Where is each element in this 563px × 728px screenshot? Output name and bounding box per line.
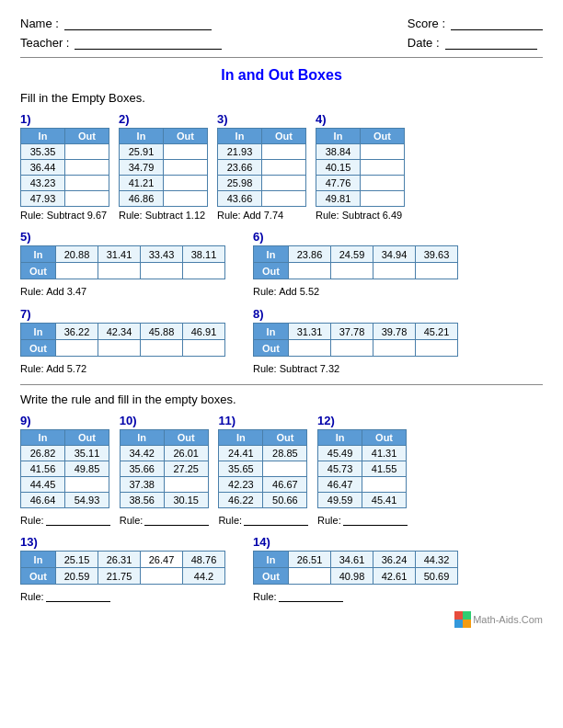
p6-in-val-3: 34.94: [373, 246, 416, 263]
problem-10-num: 10): [120, 414, 137, 427]
p5-out-1: [56, 263, 98, 279]
problem-9-rule-label: Rule:: [20, 515, 44, 526]
problem-2-table: In Out 25.9134.7941.2146.86: [119, 128, 208, 207]
p8-out-2: [331, 340, 373, 357]
problem-9-table: In Out 26.8235.1141.5649.8544.4546.6454.…: [20, 429, 109, 508]
p13-out-1: 20.59: [56, 568, 98, 585]
p14-in-2: 34.61: [331, 552, 373, 568]
p9-in-header: In: [21, 430, 65, 446]
svg-rect-1: [463, 611, 471, 620]
problem-1: 1) In Out 35.3536.4443.2347.93 Rule: Sub…: [20, 112, 109, 221]
problem-8-num: 8): [253, 307, 264, 321]
problem-4: 4) In Out 38.8440.1547.7649.81 Rule: Sub…: [316, 112, 405, 221]
problem-9: 9) In Out 26.8235.1141.5649.8544.4546.64…: [20, 414, 110, 526]
score-label: Score :: [408, 17, 445, 30]
p14-out-2: 40.98: [331, 568, 373, 585]
problem-3-table: In Out 21.9323.6625.9843.66: [217, 128, 306, 207]
problem-14-rule-line: [279, 590, 343, 602]
problem-7-rule: Rule: Add 5.72: [20, 363, 86, 374]
p7-out-label: Out: [21, 340, 56, 357]
p5-out-2: [98, 263, 141, 279]
p10-out-header: Out: [164, 430, 208, 446]
p14-in-label: In: [254, 552, 289, 568]
p14-out-1: [289, 568, 331, 585]
problem-5-table: In 20.88 31.41 33.43 38.11 Out: [20, 245, 225, 279]
p13-in-1: 25.15: [56, 552, 98, 568]
problem-10-rule-line: [144, 514, 209, 526]
p6-out-2: [331, 263, 373, 279]
problem-10-table: In Out 34.4226.0135.6627.2537.3838.5630.…: [120, 429, 209, 508]
teacher-field: Teacher :: [20, 36, 222, 50]
p8-in-val-3: 39.78: [373, 324, 416, 340]
problems-row-1-4: 1) In Out 35.3536.4443.2347.93 Rule: Sub…: [20, 112, 543, 221]
problem-11-table: In Out 24.4128.8535.6542.2346.6746.2250.…: [218, 429, 307, 508]
problem-4-rule: Rule: Subtract 6.49: [316, 210, 402, 221]
p5-in-val-4: 38.11: [183, 246, 225, 263]
problem-13-rule-line: [46, 590, 110, 602]
p14-out-4: 50.69: [416, 568, 458, 585]
problem-11-num: 11): [218, 414, 236, 427]
p1-in-header: In: [21, 129, 65, 144]
problem-11-rule-line: [244, 514, 308, 526]
p9-out-header: Out: [65, 430, 109, 446]
problems-row-9-12: 9) In Out 26.8235.1141.5649.8544.4546.64…: [20, 414, 543, 526]
section1-instruction: Fill in the Empty Boxes.: [20, 91, 543, 105]
problem-13-rule-label: Rule:: [20, 591, 44, 602]
header-divider: [20, 57, 543, 58]
p13-in-label: In: [21, 552, 56, 568]
p8-in-val-1: 31.31: [289, 324, 331, 340]
problem-12-rule-line: [343, 514, 408, 526]
problem-12-table: In Out 45.4941.3145.7341.5546.4749.5945.…: [317, 429, 407, 508]
p3-out-header: Out: [262, 129, 306, 144]
problem-2: 2) In Out 25.9134.7941.2146.86 Rule: Sub…: [119, 112, 208, 221]
p11-out-header: Out: [263, 430, 307, 446]
p4-out-header: Out: [361, 129, 405, 144]
p13-out-4: 44.2: [183, 568, 225, 585]
p14-out-3: 42.61: [373, 568, 416, 585]
problem-5: 5) In 20.88 31.41 33.43 38.11 Out Rule: …: [20, 230, 225, 298]
p3-in-header: In: [218, 129, 262, 144]
p8-out-label: Out: [254, 340, 289, 357]
problem-8: 8) In 31.31 37.78 39.78 45.21 Out Rule: …: [253, 307, 458, 375]
p7-out-1: [56, 340, 98, 357]
score-field: Score :: [408, 17, 543, 30]
problem-2-num: 2): [119, 112, 130, 126]
p8-out-3: [373, 340, 416, 357]
problem-6: 6) In 23.86 24.59 34.94 39.63 Out Rule: …: [253, 230, 458, 298]
problem-14-table: In 26.51 34.61 36.24 44.32 Out 40.98 42.…: [253, 551, 458, 585]
logo-icon: [454, 611, 471, 628]
p5-in-val-2: 31.41: [98, 246, 141, 263]
problems-row-7-8: 7) In 36.22 42.34 45.88 46.91 Out Rule: …: [20, 307, 543, 375]
problem-8-table: In 31.31 37.78 39.78 45.21 Out: [253, 323, 458, 357]
problem-7-table: In 36.22 42.34 45.88 46.91 Out: [20, 323, 225, 357]
problem-14: 14) In 26.51 34.61 36.24 44.32 Out 40.98…: [253, 535, 458, 602]
p14-out-label: Out: [254, 568, 289, 585]
p6-in-val-1: 23.86: [289, 246, 331, 263]
p13-out-3: [141, 568, 183, 585]
problem-9-rule-line: [46, 514, 110, 526]
name-field: Name :: [20, 17, 222, 30]
problem-10-rule-label: Rule:: [120, 515, 144, 526]
svg-rect-2: [454, 620, 463, 628]
section2-divider: [20, 384, 543, 385]
p14-in-1: 26.51: [289, 552, 331, 568]
problem-1-table: In Out 35.3536.4443.2347.93: [20, 128, 109, 207]
p6-in-label: In: [254, 246, 289, 263]
p7-in-val-4: 46.91: [183, 324, 225, 340]
teacher-line: [75, 37, 222, 50]
p5-in-val-3: 33.43: [141, 246, 183, 263]
problem-12: 12) In Out 45.4941.3145.7341.5546.4749.5…: [317, 414, 408, 526]
p8-out-4: [416, 340, 458, 357]
problem-13-num: 13): [20, 535, 38, 549]
p7-out-3: [141, 340, 183, 357]
problem-5-rule: Rule: Add 3.47: [20, 286, 86, 297]
date-label: Date :: [408, 36, 440, 50]
watermark-logo: Math-Aids.Com: [454, 611, 543, 628]
p7-in-val-3: 45.88: [141, 324, 183, 340]
p13-in-4: 48.76: [183, 552, 225, 568]
p12-out-header: Out: [362, 430, 407, 446]
problem-14-rule-label: Rule:: [253, 591, 277, 602]
watermark-text: Math-Aids.Com: [473, 614, 543, 625]
p7-in-val-1: 36.22: [56, 324, 98, 340]
p13-out-label: Out: [21, 568, 56, 585]
